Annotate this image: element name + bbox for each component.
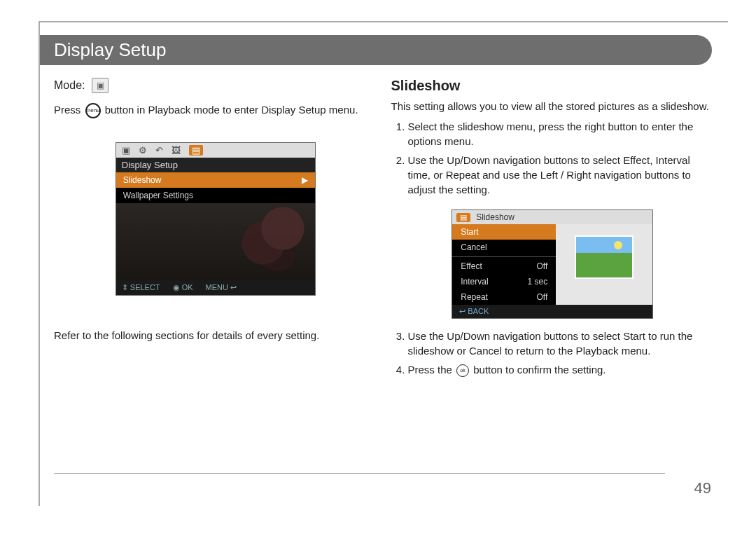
lcd-tab-strip: ▣ ⚙ ↶ 🖼 ▤ [116, 143, 315, 158]
press-instruction: Press menu button in Playback mode to en… [54, 103, 377, 118]
press-prefix: Press [54, 104, 80, 116]
lcd-tab-icon: ▣ [122, 145, 130, 156]
lcd2-title: Slideshow [476, 212, 514, 222]
flower-image [224, 203, 315, 280]
section-title: Display Setup [54, 39, 166, 60]
lcd-tab-icon-active: ▤ [189, 145, 203, 156]
left-column: Mode: ▣ Press menu button in Playback mo… [54, 78, 377, 381]
lcd-screenshot-slideshow: ▤ Slideshow Start Cancel Effect [451, 209, 653, 319]
lcd2-header: ▤ Slideshow [452, 210, 652, 224]
step4-suffix: button to confirm the setting. [473, 364, 606, 376]
step-3: Use the Up/Down navigation buttons to se… [408, 329, 715, 358]
lcd-tab-icon: ↶ [155, 145, 163, 156]
lcd2-row-label: Effect [461, 261, 482, 271]
lcd2-row-label: Start [461, 227, 478, 237]
lcd-header: Display Setup [116, 158, 315, 172]
footer-rule [54, 473, 665, 474]
lcd2-row-effect: Effect Off [452, 259, 556, 274]
section-title-bar: Display Setup [40, 35, 712, 65]
lcd-footer-ok: ◉ OK [173, 283, 193, 292]
lcd2-row-cancel: Cancel [452, 240, 556, 255]
lcd-tab-icon: ⚙ [139, 145, 147, 156]
step-4: Press the ok button to confirm the setti… [408, 362, 715, 377]
lcd2-row-value: Off [536, 292, 547, 302]
lcd-footer: ⇕ SELECT ◉ OK MENU ↩ [116, 280, 315, 295]
right-column: Slideshow This setting allows you to vie… [391, 78, 715, 381]
lcd2-row-start: Start [452, 224, 556, 240]
mode-label: Mode: [54, 79, 85, 92]
steps-list-a: Select the slideshow menu, press the rig… [391, 119, 715, 197]
step4-prefix: Press the [408, 364, 452, 376]
lcd-tab-icon: 🖼 [172, 145, 181, 156]
slideshow-heading: Slideshow [391, 78, 715, 94]
lcd-preview-area [116, 203, 315, 280]
step-1: Select the slideshow menu, press the rig… [408, 119, 715, 149]
step-2: Use the Up/Down navigation buttons to se… [408, 153, 715, 197]
steps-list-b: Use the Up/Down navigation buttons to se… [391, 329, 715, 377]
lcd-row-label: Wallpaper Settings [123, 191, 193, 200]
lcd2-tab-icon: ▤ [456, 213, 470, 222]
landscape-thumbnail [575, 235, 634, 279]
playback-mode-icon: ▣ [92, 78, 108, 93]
chevron-right-icon: ▶ [302, 175, 308, 185]
lcd-footer-select: ⇕ SELECT [122, 283, 160, 292]
lcd2-footer: ↩ BACK [452, 305, 652, 318]
lcd2-row-value: Off [536, 261, 547, 271]
page-number: 49 [694, 479, 711, 497]
lcd2-row-interval: Interval 1 sec [452, 274, 556, 289]
func-ok-button-icon: ok [456, 364, 469, 377]
lcd2-row-value: 1 sec [528, 277, 548, 287]
lcd-row-slideshow: Slideshow ▶ [116, 172, 315, 188]
lcd-row-wallpaper: Wallpaper Settings [116, 188, 315, 203]
lcd-row-label: Slideshow [123, 175, 162, 185]
lcd-footer-menu: MENU ↩ [206, 283, 237, 292]
lcd2-row-repeat: Repeat Off [452, 289, 556, 305]
lcd2-row-label: Interval [461, 277, 488, 287]
lcd-screenshot-display-setup: ▣ ⚙ ↶ 🖼 ▤ Display Setup Slideshow ▶ Wall… [115, 142, 316, 296]
left-caption: Refer to the following sections for deta… [54, 329, 377, 341]
menu-button-icon: menu [85, 103, 101, 118]
lcd2-preview-pane [556, 224, 652, 305]
lcd2-row-label: Repeat [461, 292, 488, 302]
press-suffix: button in Playback mode to enter Display… [105, 104, 358, 116]
slideshow-intro: This setting allows you to view all the … [391, 99, 715, 114]
page-frame: Display Setup Mode: ▣ Press menu button … [38, 21, 728, 506]
lcd2-row-label: Cancel [461, 242, 486, 252]
